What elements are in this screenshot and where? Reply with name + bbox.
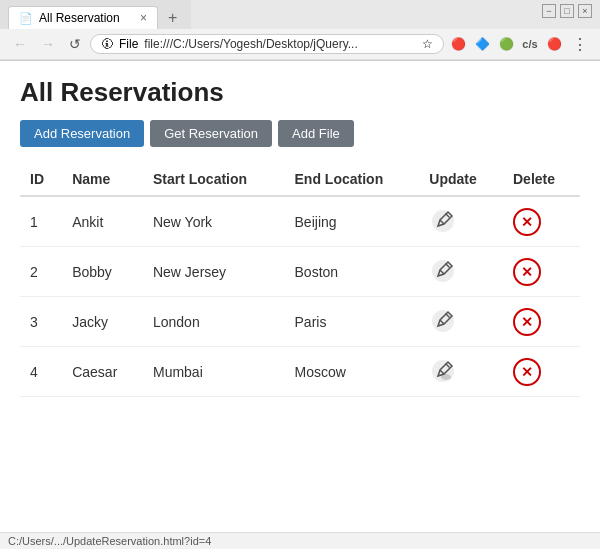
cell-end: Moscow [285, 347, 420, 397]
cell-start: New Jersey [143, 247, 285, 297]
delete-button-1[interactable]: ✕ [513, 208, 541, 236]
cell-start: London [143, 297, 285, 347]
update-icon-4[interactable] [429, 357, 457, 385]
svg-point-1 [432, 260, 454, 282]
tab-title: All Reservation [39, 11, 120, 25]
cell-end: Boston [285, 247, 420, 297]
tab-close-btn[interactable]: × [140, 11, 147, 25]
forward-button[interactable]: → [36, 33, 60, 55]
window-controls: − □ × [542, 4, 592, 18]
reservations-table: ID Name Start Location End Location Upda… [20, 163, 580, 397]
extension-icon-3[interactable]: 🟢 [496, 34, 516, 54]
back-button[interactable]: ← [8, 33, 32, 55]
tab-file-icon: 📄 [19, 12, 33, 25]
add-file-button[interactable]: Add File [278, 120, 354, 147]
browser-icons: 🔴 🔷 🟢 c/s 🔴 ⋮ [448, 34, 592, 54]
update-icon-2[interactable] [429, 257, 457, 285]
cell-name: Bobby [62, 247, 143, 297]
status-bar: C:/Users/.../UpdateReservation.html?id=4 [0, 532, 600, 549]
browser-chrome: 📄 All Reservation × + − □ × ← → ↺ 🛈 File… [0, 0, 600, 61]
active-tab[interactable]: 📄 All Reservation × [8, 6, 158, 29]
address-text: file:///C:/Users/Yogesh/Desktop/jQuery..… [144, 37, 416, 51]
col-header-start: Start Location [143, 163, 285, 196]
table-row: 4 Caesar Mumbai Moscow ✕ [20, 347, 580, 397]
cell-end: Paris [285, 297, 420, 347]
update-icon-1[interactable] [429, 207, 457, 235]
cell-update [419, 347, 503, 397]
cell-name: Jacky [62, 297, 143, 347]
col-header-update: Update [419, 163, 503, 196]
nav-bar: ← → ↺ 🛈 File file:///C:/Users/Yogesh/Des… [0, 29, 600, 60]
cell-id: 4 [20, 347, 62, 397]
close-window-button[interactable]: × [578, 4, 592, 18]
star-icon[interactable]: ☆ [422, 37, 433, 51]
update-icon-3[interactable] [429, 307, 457, 335]
col-header-name: Name [62, 163, 143, 196]
browser-menu-button[interactable]: ⋮ [568, 35, 592, 54]
cell-update [419, 247, 503, 297]
info-icon: 🛈 [101, 37, 113, 51]
maximize-button[interactable]: □ [560, 4, 574, 18]
status-text: C:/Users/.../UpdateReservation.html?id=4 [8, 535, 211, 547]
svg-point-0 [432, 210, 454, 232]
delete-button-4[interactable]: ✕ [513, 358, 541, 386]
extension-icon-2[interactable]: 🔷 [472, 34, 492, 54]
tab-bar-wrapper: 📄 All Reservation × + − □ × [0, 0, 600, 29]
table-row: 3 Jacky London Paris ✕ [20, 297, 580, 347]
cell-id: 2 [20, 247, 62, 297]
cell-id: 3 [20, 297, 62, 347]
cell-end: Beijing [285, 196, 420, 247]
extension-icon-5[interactable]: 🔴 [544, 34, 564, 54]
tab-bar: 📄 All Reservation × + [0, 0, 191, 29]
table-row: 2 Bobby New Jersey Boston ✕ [20, 247, 580, 297]
cell-name: Caesar [62, 347, 143, 397]
svg-point-4 [441, 374, 451, 380]
table-row: 1 Ankit New York Beijing ✕ [20, 196, 580, 247]
page-title: All Reservations [20, 77, 580, 108]
address-bar[interactable]: 🛈 File file:///C:/Users/Yogesh/Desktop/j… [90, 34, 444, 54]
extension-icon-1[interactable]: 🔴 [448, 34, 468, 54]
add-reservation-button[interactable]: Add Reservation [20, 120, 144, 147]
cell-start: New York [143, 196, 285, 247]
page-content: All Reservations Add Reservation Get Res… [0, 61, 600, 532]
cell-delete: ✕ [503, 196, 580, 247]
action-buttons: Add Reservation Get Reservation Add File [20, 120, 580, 147]
cell-start: Mumbai [143, 347, 285, 397]
cell-delete: ✕ [503, 347, 580, 397]
delete-button-2[interactable]: ✕ [513, 258, 541, 286]
cell-update [419, 297, 503, 347]
get-reservation-button[interactable]: Get Reservation [150, 120, 272, 147]
svg-point-2 [432, 310, 454, 332]
table-header-row: ID Name Start Location End Location Upda… [20, 163, 580, 196]
col-header-end: End Location [285, 163, 420, 196]
cell-name: Ankit [62, 196, 143, 247]
cell-delete: ✕ [503, 247, 580, 297]
new-tab-button[interactable]: + [162, 7, 183, 29]
refresh-button[interactable]: ↺ [64, 33, 86, 55]
delete-button-3[interactable]: ✕ [513, 308, 541, 336]
minimize-button[interactable]: − [542, 4, 556, 18]
extension-icon-4[interactable]: c/s [520, 34, 540, 54]
file-label: File [119, 37, 138, 51]
cell-update [419, 196, 503, 247]
col-header-delete: Delete [503, 163, 580, 196]
cell-delete: ✕ [503, 297, 580, 347]
col-header-id: ID [20, 163, 62, 196]
cell-id: 1 [20, 196, 62, 247]
